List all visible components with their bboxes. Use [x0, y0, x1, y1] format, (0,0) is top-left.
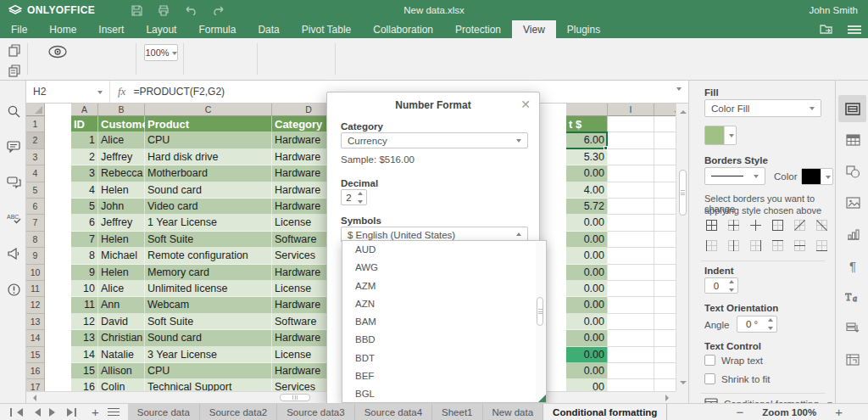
right-border-icon[interactable]	[748, 238, 763, 253]
next-sheet-icon[interactable]	[47, 407, 58, 417]
cell-A15[interactable]: 14	[71, 347, 98, 363]
row-header-8[interactable]: 8	[26, 232, 45, 248]
cell-empty[interactable]	[608, 347, 654, 363]
cell-empty[interactable]	[654, 132, 676, 148]
open-file-location-icon[interactable]	[820, 24, 834, 35]
cell-empty[interactable]	[608, 116, 654, 132]
cell-empty[interactable]	[654, 330, 676, 346]
cell-B15[interactable]: Natalie	[98, 347, 145, 363]
chat-icon[interactable]	[3, 172, 24, 193]
cell-empty[interactable]	[608, 363, 654, 379]
row-header-7[interactable]: 7	[26, 215, 45, 231]
cell-H8[interactable]: 0.00	[566, 232, 608, 248]
cell-empty[interactable]	[654, 232, 676, 248]
about-icon[interactable]	[3, 279, 24, 300]
spinner-down-icon[interactable]	[729, 288, 734, 294]
diagonal-down-icon[interactable]	[815, 218, 829, 232]
cell-A13[interactable]: 12	[71, 314, 98, 330]
column-header-C[interactable]: C	[145, 104, 272, 116]
row-header-9[interactable]: 9	[26, 248, 45, 264]
menu-tab-file[interactable]: File	[0, 20, 38, 38]
cell-empty[interactable]	[608, 199, 654, 215]
row-header-4[interactable]: 4	[26, 165, 45, 182]
cell-empty[interactable]	[608, 215, 654, 231]
cell-B3[interactable]: Jeffrey	[98, 149, 145, 165]
image-settings-icon[interactable]	[843, 193, 863, 213]
cell-A9[interactable]: 8	[71, 248, 98, 264]
row-header-16[interactable]: 16	[26, 363, 45, 379]
view-settings-icon[interactable]	[848, 25, 861, 34]
horizontal-inside-border-icon[interactable]	[793, 238, 807, 253]
cell-empty[interactable]	[608, 149, 654, 165]
cell-empty[interactable]	[608, 330, 654, 346]
row-header-3[interactable]: 3	[26, 149, 45, 165]
row-header-17[interactable]: 17	[26, 379, 45, 391]
search-icon[interactable]	[3, 101, 24, 121]
spinner-up-icon[interactable]	[729, 277, 734, 283]
sheet-tab-source-data2[interactable]: Source data2	[200, 404, 277, 420]
cell-B4[interactable]: Rebecca	[98, 165, 145, 182]
menu-tab-formula[interactable]: Formula	[187, 20, 247, 38]
menu-tab-protection[interactable]: Protection	[444, 20, 512, 38]
cell-C2[interactable]: CPU	[145, 132, 272, 148]
cell-H2[interactable]: 6.00	[566, 132, 608, 148]
column-header-A[interactable]: A	[71, 104, 98, 116]
comment-icon[interactable]	[3, 137, 24, 157]
dropdown-option-bgl[interactable]: BGL	[342, 385, 546, 403]
row-header-14[interactable]: 14	[26, 330, 45, 346]
dropdown-scroll-thumb[interactable]	[537, 297, 543, 326]
cell-empty[interactable]	[654, 248, 676, 264]
scroll-right-arrow[interactable]	[665, 395, 672, 401]
cell-empty[interactable]	[654, 149, 676, 165]
cell-A12[interactable]: 11	[71, 297, 98, 313]
angle-spinner[interactable]: 0 °	[737, 316, 777, 333]
table-settings-icon[interactable]	[843, 130, 863, 150]
cell-H3[interactable]: 5.30	[566, 149, 608, 165]
scroll-down-arrow[interactable]	[680, 381, 687, 388]
cell-C8[interactable]: Soft Suite	[145, 232, 272, 248]
top-border-icon[interactable]	[771, 238, 785, 253]
dropdown-option-azm[interactable]: AZM	[342, 277, 546, 295]
cell-B13[interactable]: David	[98, 314, 145, 330]
paste-icon[interactable]	[4, 60, 25, 81]
cell-H17[interactable]: 00	[566, 379, 608, 391]
row-header-1[interactable]: 1	[26, 116, 45, 132]
cell-A10[interactable]: 9	[71, 265, 98, 281]
print-icon[interactable]	[156, 3, 171, 17]
fill-type-select[interactable]: Color Fill	[704, 99, 821, 117]
cell-empty[interactable]	[654, 165, 676, 182]
cell-C16[interactable]: CPU	[145, 363, 272, 379]
spinner-down-icon[interactable]	[358, 200, 363, 206]
menu-tab-insert[interactable]: Insert	[87, 20, 135, 38]
column-header-sliver[interactable]	[566, 104, 608, 116]
cell-empty[interactable]	[654, 116, 676, 132]
cell-A3[interactable]: 2	[71, 149, 98, 165]
last-sheet-icon[interactable]	[66, 407, 76, 417]
cell-C14[interactable]: Sound card	[145, 330, 272, 346]
cell-empty[interactable]	[608, 232, 654, 248]
cell-A5[interactable]: 4	[71, 182, 98, 199]
menu-tab-home[interactable]: Home	[38, 20, 87, 38]
menu-tab-collaboration[interactable]: Collaboration	[362, 20, 444, 38]
cell-B8[interactable]: Helen	[98, 232, 145, 248]
cell-A17[interactable]: 16	[71, 379, 98, 391]
menu-tab-data[interactable]: Data	[247, 20, 290, 38]
header-cell[interactable]: Product	[145, 116, 272, 132]
inside-borders-icon[interactable]	[726, 218, 741, 232]
horizontal-scroll-thumb[interactable]	[280, 394, 310, 401]
cell-C12[interactable]: Webcam	[145, 297, 272, 313]
cell-A6[interactable]: 5	[71, 199, 98, 215]
cell-H12[interactable]: 0.00	[566, 297, 608, 313]
cell-C5[interactable]: Sound card	[145, 182, 272, 199]
select-all-corner[interactable]	[26, 104, 45, 116]
dropdown-scrollbar[interactable]	[536, 242, 545, 401]
cell-C3[interactable]: Hard disk drive	[145, 149, 272, 165]
dropdown-option-bdt[interactable]: BDT	[342, 350, 546, 367]
scroll-up-arrow[interactable]	[680, 107, 687, 114]
expand-formula-bar-icon[interactable]	[676, 87, 682, 93]
cell-B9[interactable]: Michael	[98, 248, 145, 264]
cell-B12[interactable]: Ann	[98, 297, 145, 313]
cell-B10[interactable]: Helen	[98, 265, 145, 281]
cell-empty[interactable]	[654, 265, 676, 281]
cell-A14[interactable]: 13	[71, 330, 98, 346]
